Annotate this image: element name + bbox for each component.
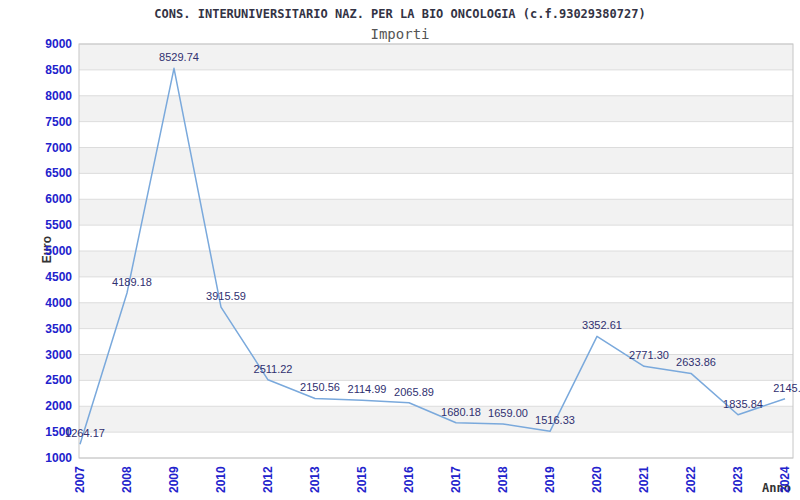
data-point-label: 2065.89 xyxy=(384,386,444,399)
x-tick-label: 2015 xyxy=(354,461,370,493)
plot-band xyxy=(79,122,793,148)
x-tick-label: 2007 xyxy=(72,461,88,493)
y-tick-label: 2000 xyxy=(32,398,72,414)
data-point-label: 1516.33 xyxy=(525,414,585,427)
plot-band xyxy=(79,303,793,329)
plot-band xyxy=(79,329,793,355)
plot-band xyxy=(79,277,793,303)
y-tick-label: 5500 xyxy=(32,217,72,233)
line-chart: CONS. INTERUNIVERSITARIO NAZ. PER LA BIO… xyxy=(0,0,800,500)
data-point-label: 4189.18 xyxy=(102,276,162,289)
x-tick-label: 2023 xyxy=(730,461,746,493)
data-point-label: 8529.74 xyxy=(149,51,209,64)
data-point-label: 1264.17 xyxy=(55,427,115,440)
plot-band xyxy=(79,148,793,174)
chart-subtitle: Importi xyxy=(0,26,800,42)
x-tick-label: 2022 xyxy=(683,461,699,493)
x-tick-label: 2016 xyxy=(401,461,417,493)
x-tick-label: 2010 xyxy=(213,461,229,493)
y-tick-label: 4500 xyxy=(32,269,72,285)
y-tick-label: 8500 xyxy=(32,62,72,78)
x-tick-label: 2009 xyxy=(166,461,182,493)
x-tick-label: 2013 xyxy=(307,461,323,493)
y-tick-label: 7000 xyxy=(32,140,72,156)
y-tick-label: 8000 xyxy=(32,88,72,104)
data-point-label: 2511.22 xyxy=(243,363,303,376)
y-tick-label: 6000 xyxy=(32,191,72,207)
plot-band xyxy=(79,96,793,122)
data-point-label: 3915.59 xyxy=(196,290,256,303)
x-tick-label: 2008 xyxy=(119,461,135,493)
y-tick-label: 4000 xyxy=(32,295,72,311)
x-tick-label: 2017 xyxy=(448,461,464,493)
y-tick-label: 6500 xyxy=(32,165,72,181)
y-tick-label: 7500 xyxy=(32,114,72,130)
x-tick-label: 2021 xyxy=(636,461,652,493)
data-point-label: 1835.84 xyxy=(713,398,773,411)
y-tick-label: 3500 xyxy=(32,321,72,337)
y-tick-label: 3000 xyxy=(32,347,72,363)
plot-area xyxy=(0,0,800,500)
x-tick-label: 2012 xyxy=(260,461,276,493)
y-tick-label: 9000 xyxy=(32,36,72,52)
x-tick-label: 2020 xyxy=(589,461,605,493)
data-point-label: 3352.61 xyxy=(572,319,632,332)
plot-band xyxy=(79,432,793,458)
y-tick-label: 1000 xyxy=(32,450,72,466)
plot-band xyxy=(79,199,793,225)
x-tick-label: 2018 xyxy=(495,461,511,493)
x-tick-label: 2019 xyxy=(542,461,558,493)
chart-title: CONS. INTERUNIVERSITARIO NAZ. PER LA BIO… xyxy=(0,7,800,21)
data-point-label: 2145.1 xyxy=(760,382,800,395)
plot-band xyxy=(79,173,793,199)
plot-band xyxy=(79,225,793,251)
plot-band xyxy=(79,70,793,96)
y-tick-label: 2500 xyxy=(32,372,72,388)
y-tick-label: 5000 xyxy=(32,243,72,259)
plot-band xyxy=(79,251,793,277)
x-tick-label: 2024 xyxy=(777,461,793,493)
data-point-label: 2633.86 xyxy=(666,356,726,369)
